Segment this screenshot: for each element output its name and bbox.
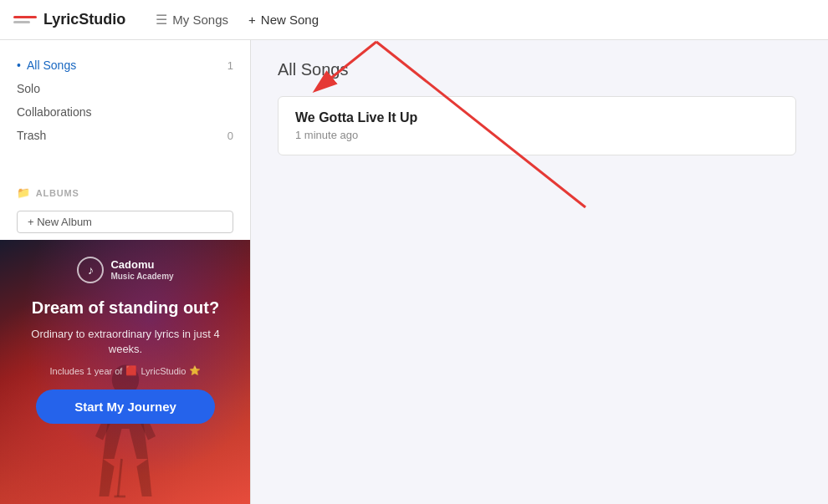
sidebar-item-all-songs[interactable]: • All Songs 1 [0, 53, 250, 77]
logo-icon [13, 12, 37, 28]
ad-logo-sub: Music Academy [110, 272, 173, 282]
ad-logo: ♪ Cadomu Music Academy [13, 257, 238, 283]
new-song-nav[interactable]: + New Song [238, 8, 329, 32]
ad-includes-text: Includes 1 year of [50, 366, 123, 376]
active-bullet: • [17, 59, 21, 72]
page-title: All Songs [278, 60, 801, 79]
main-content: All Songs We Gotta Live It Up 1 minute a… [251, 40, 828, 504]
sidebar-item-label: • All Songs [17, 59, 76, 72]
plus-icon: + [248, 13, 256, 27]
sidebar-item-label: Trash [17, 129, 46, 142]
ad-includes: Includes 1 year of 🟥 LyricStudio ⭐ [13, 365, 238, 376]
my-songs-label: My Songs [172, 13, 228, 27]
sidebar-item-collaborations[interactable]: Collaborations [0, 100, 250, 124]
ad-banner: ♪ Cadomu Music Academy Dream of standing… [0, 240, 251, 504]
logo-bar-red [13, 16, 37, 18]
main-layout: • All Songs 1 Solo Collaborations Trash … [0, 40, 828, 504]
sidebar-item-label: Solo [17, 82, 40, 95]
sidebar-item-trash[interactable]: Trash 0 [0, 124, 250, 147]
sidebar: • All Songs 1 Solo Collaborations Trash … [0, 40, 251, 504]
albums-label: 📁 ALBUMS [17, 186, 233, 199]
my-songs-nav[interactable]: ☰ My Songs [146, 7, 238, 33]
trash-count: 0 [227, 130, 233, 142]
start-journey-button[interactable]: Start My Journey [36, 389, 215, 424]
folder-icon: 📁 [17, 186, 31, 199]
svg-line-1 [118, 459, 122, 496]
app-name: LyricStudio [43, 11, 125, 28]
ad-content: ♪ Cadomu Music Academy Dream of standing… [0, 240, 251, 440]
new-song-label: New Song [261, 13, 319, 27]
logo-bar-gray [13, 21, 30, 23]
song-meta: 1 minute ago [295, 129, 779, 141]
albums-section: 📁 ALBUMS [0, 176, 250, 204]
ad-headline: Dream of standing out? [13, 297, 238, 318]
new-album-button[interactable]: + New Album [17, 211, 233, 233]
song-card[interactable]: We Gotta Live It Up 1 minute ago [278, 96, 796, 155]
sidebar-nav: • All Songs 1 Solo Collaborations Trash … [0, 40, 250, 176]
song-title: We Gotta Live It Up [295, 110, 779, 125]
logo: LyricStudio [13, 11, 125, 28]
ad-lyricstudio-text: LyricStudio [141, 366, 186, 376]
ad-logo-icon: ♪ [77, 257, 104, 283]
list-icon: ☰ [156, 12, 167, 28]
ad-star-icon: ⭐ [189, 365, 201, 376]
sidebar-item-label: Collaborations [17, 105, 92, 119]
sidebar-item-solo[interactable]: Solo [0, 77, 250, 100]
ad-logo-name: Cadomu [110, 258, 173, 272]
ad-subtext: Ordinary to extraordinary lyrics in just… [13, 327, 238, 357]
app-header: LyricStudio ☰ My Songs + New Song [0, 0, 828, 40]
all-songs-count: 1 [227, 59, 233, 72]
ad-logo-text: Cadomu Music Academy [110, 258, 173, 282]
ad-flag-icon: 🟥 [125, 365, 137, 376]
